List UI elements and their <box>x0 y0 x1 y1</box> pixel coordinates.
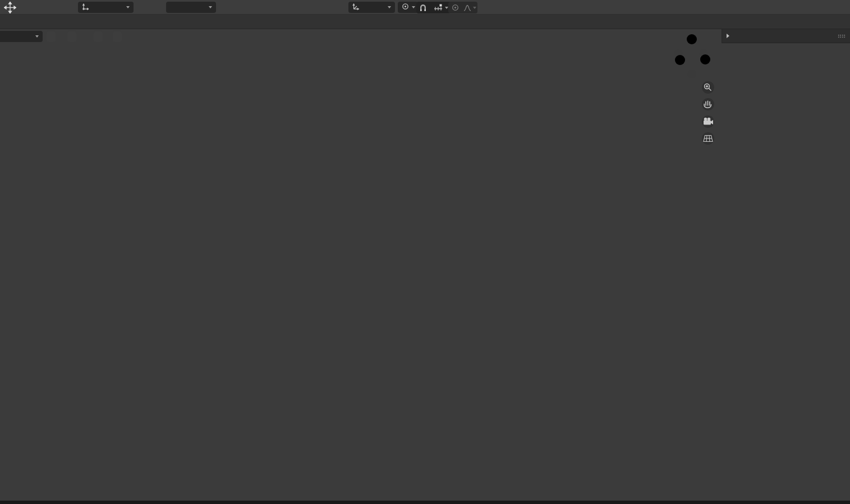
snap-toggle[interactable] <box>416 2 430 13</box>
options-button[interactable] <box>829 2 850 12</box>
gizmo-z-ball[interactable] <box>687 34 697 44</box>
chevron-down-icon <box>126 6 130 8</box>
chevron-down-icon <box>473 7 476 9</box>
falloff-dropdown[interactable] <box>462 2 477 13</box>
move-tool-icon <box>4 2 16 15</box>
expand-arrow-icon <box>727 34 729 38</box>
transform-orientation-dropdown[interactable] <box>348 2 395 13</box>
zoom-view-button[interactable] <box>702 81 714 94</box>
camera-view-button[interactable] <box>702 115 714 128</box>
tool-settings-bar <box>0 0 850 15</box>
transform-panel-header[interactable] <box>722 29 850 43</box>
proportional-edit-icon <box>452 4 459 11</box>
navigation-gizmo-area <box>670 31 721 149</box>
pivot-point-icon <box>402 3 409 12</box>
proportional-edit-group <box>448 2 477 13</box>
gizmo-neg-z-ball[interactable] <box>688 70 696 78</box>
ortho-toggle-button[interactable] <box>702 132 714 145</box>
proportional-edit-toggle[interactable] <box>448 2 462 13</box>
viewport-header <box>0 15 850 29</box>
pivot-point-dropdown[interactable] <box>398 2 418 13</box>
view-controls <box>702 81 714 145</box>
panel-drag-handle[interactable] <box>838 34 846 38</box>
snap-group <box>416 2 452 13</box>
gizmo-x-ball[interactable] <box>675 55 685 65</box>
axis-gizmo[interactable] <box>674 34 711 78</box>
orientation-dropdown[interactable] <box>78 2 134 13</box>
chevron-down-icon <box>388 6 391 8</box>
gizmo-y-ball[interactable] <box>700 54 710 64</box>
drag-dropdown[interactable] <box>166 2 216 13</box>
axes-icon <box>82 3 89 12</box>
chevron-down-icon <box>209 6 212 8</box>
pan-view-button[interactable] <box>702 98 714 110</box>
magnet-icon <box>419 4 427 12</box>
snap-increment-icon <box>434 4 443 11</box>
status-bar-strip <box>0 501 850 504</box>
viewport-3d[interactable] <box>0 29 850 504</box>
orientation-axes-icon <box>352 3 359 12</box>
falloff-curve-icon <box>463 4 471 11</box>
chevron-down-icon <box>412 6 415 8</box>
